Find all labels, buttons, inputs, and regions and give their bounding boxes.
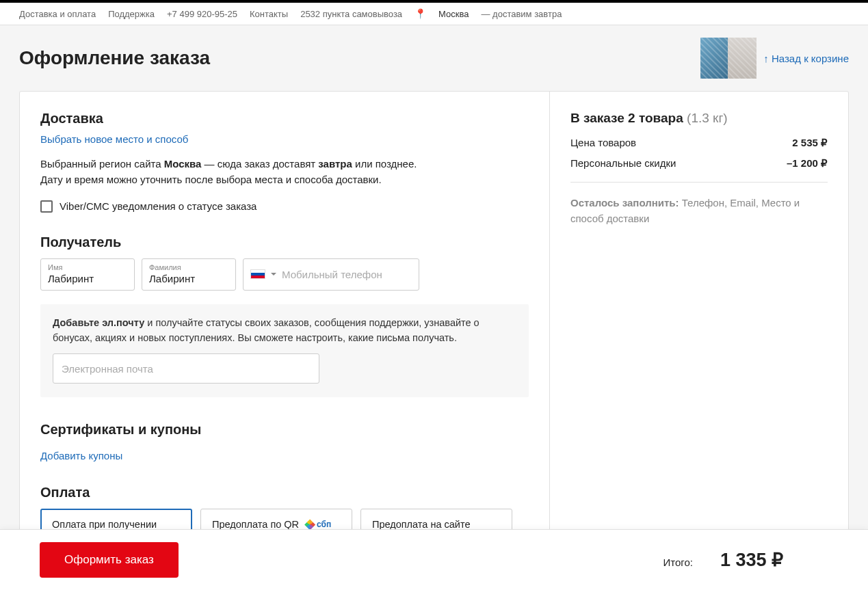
summary-items-row: Цена товаров 2 535 ₽: [570, 137, 828, 149]
delivery-region-text: Выбранный регион сайта Москва — сюда зак…: [40, 156, 529, 188]
recipient-section: Получатель Имя Лабиринт Фамилия Лабиринт: [40, 234, 529, 398]
nav-delivery-payment[interactable]: Доставка и оплата: [19, 9, 96, 19]
delivery-title: Доставка: [40, 111, 529, 126]
first-name-field[interactable]: Имя Лабиринт: [40, 258, 135, 291]
nav-pickup-points[interactable]: 2532 пункта самовывоза: [300, 9, 402, 19]
flag-russia-icon: [250, 269, 265, 279]
summary-title: В заказе 2 товара (1.3 кг): [570, 111, 828, 126]
last-name-value: Лабиринт: [149, 273, 228, 284]
sms-label: Viber/СМС уведомления о статусе заказа: [60, 200, 257, 212]
email-prompt-text: Добавьте эл.почту и получайте статусы св…: [53, 315, 516, 346]
payment-title: Оплата: [40, 485, 529, 500]
phone-field[interactable]: [243, 258, 419, 291]
order-summary-panel: В заказе 2 товара (1.3 кг) Цена товаров …: [550, 92, 848, 559]
nav-phone[interactable]: +7 499 920-95-25: [167, 9, 237, 19]
top-nav-bar: Доставка и оплата Поддержка +7 499 920-9…: [0, 0, 868, 25]
back-to-cart-link[interactable]: ↑ Назад к корзине: [763, 53, 849, 64]
coupons-section: Сертификаты и купоны Добавить купоны: [40, 422, 529, 461]
first-name-label: Имя: [48, 263, 127, 271]
email-input[interactable]: [53, 353, 319, 384]
page-header: Оформление заказа ↑ Назад к корзине: [19, 38, 849, 79]
place-order-button[interactable]: Оформить заказ: [40, 542, 179, 578]
recipient-title: Получатель: [40, 234, 529, 250]
choose-delivery-link[interactable]: Выбрать новое место и способ: [40, 133, 188, 145]
chevron-down-icon: [271, 273, 276, 276]
coupons-title: Сертификаты и купоны: [40, 422, 529, 438]
checkout-footer-bar: Оформить заказ Итого: 1 335 ₽: [0, 529, 868, 590]
checkbox-icon: [40, 200, 53, 213]
cart-thumbnails: [702, 38, 757, 79]
summary-discount-row: Персональные скидки –1 200 ₽: [570, 157, 828, 170]
phone-input[interactable]: [282, 269, 412, 280]
total-label: Итого:: [663, 557, 692, 568]
email-prompt-box: Добавьте эл.почту и получайте статусы св…: [40, 304, 529, 398]
add-coupon-link[interactable]: Добавить купоны: [40, 450, 122, 461]
nav-support[interactable]: Поддержка: [108, 9, 155, 19]
total-amount: 1 335 ₽: [720, 549, 783, 571]
divider: [570, 182, 828, 183]
last-name-label: Фамилия: [149, 263, 228, 271]
page-title: Оформление заказа: [19, 47, 210, 69]
last-name-field[interactable]: Фамилия Лабиринт: [142, 258, 236, 291]
sms-notifications-checkbox[interactable]: Viber/СМС уведомления о статусе заказа: [40, 200, 529, 213]
delivery-eta: — доставим завтра: [481, 9, 562, 19]
cart-item-thumb: [700, 38, 729, 79]
location-pin-icon: 📍: [415, 8, 426, 19]
cart-item-thumb: [728, 38, 757, 79]
nav-contacts[interactable]: Контакты: [250, 9, 288, 19]
city-selector[interactable]: Москва: [438, 9, 469, 19]
first-name-value: Лабиринт: [48, 273, 127, 284]
todo-list: Осталось заполнить: Телефон, Email, Мест…: [570, 195, 828, 227]
delivery-section: Доставка Выбрать новое место и способ Вы…: [40, 111, 529, 213]
